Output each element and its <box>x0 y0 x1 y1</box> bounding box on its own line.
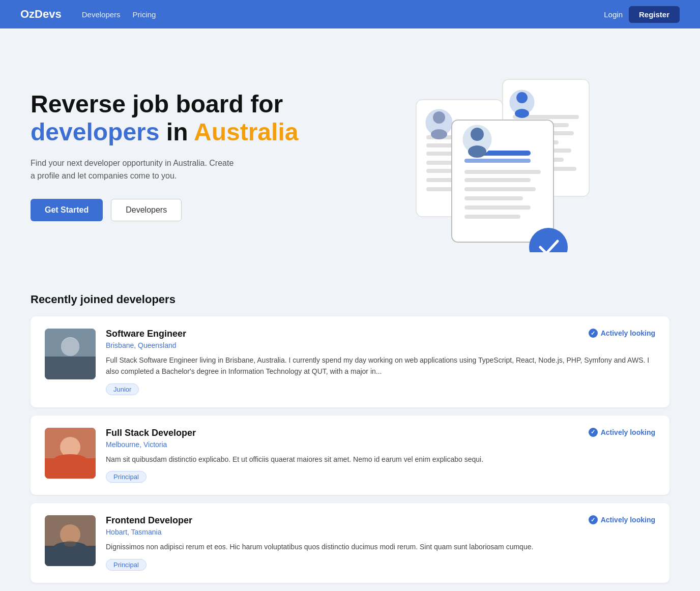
developer-level-badge: Principal <box>106 471 147 483</box>
hero-content: Reverse job board for developers in Aust… <box>31 90 326 221</box>
nav-link-pricing[interactable]: Pricing <box>133 10 156 19</box>
developer-photo <box>45 329 96 379</box>
actively-looking-text: Actively looking <box>601 329 655 337</box>
svg-point-9 <box>433 111 445 124</box>
hero-subtitle: Find your next developer opportunity in … <box>31 157 234 183</box>
developer-info: Frontend Developer ✓ Actively looking Ho… <box>106 515 655 570</box>
hero-section: Reverse job board for developers in Aust… <box>0 28 700 278</box>
developer-photo <box>45 428 96 479</box>
nav-right: Login Register <box>604 6 680 23</box>
svg-rect-26 <box>464 178 531 182</box>
svg-point-32 <box>471 128 484 141</box>
developer-level-badge: Junior <box>106 383 139 395</box>
hero-buttons: Get Started Developers <box>31 199 326 221</box>
developer-location: Brisbane, Queensland <box>106 341 655 349</box>
check-icon: ✓ <box>589 329 598 338</box>
actively-looking-badge: ✓ Actively looking <box>589 515 655 524</box>
developer-card: Frontend Developer ✓ Actively looking Ho… <box>31 503 669 582</box>
hero-title-orange: Australia <box>194 119 298 145</box>
developer-header: Full Stack Developer ✓ Actively looking <box>106 428 655 438</box>
svg-rect-38 <box>45 357 96 379</box>
check-icon: ✓ <box>589 428 598 437</box>
developer-name: Software Engineer <box>106 329 186 339</box>
developer-photo <box>45 515 96 566</box>
svg-rect-27 <box>464 187 536 191</box>
recently-joined-section: Recently joined developers Software Engi… <box>0 278 700 591</box>
hero-title-in: in <box>159 119 194 145</box>
svg-point-48 <box>64 541 76 547</box>
developer-header: Software Engineer ✓ Actively looking <box>106 329 655 339</box>
developer-avatar-svg <box>45 515 96 566</box>
login-button[interactable]: Login <box>604 10 623 19</box>
developer-header: Frontend Developer ✓ Actively looking <box>106 515 655 526</box>
svg-rect-29 <box>464 205 531 210</box>
hero-title-blue: developers <box>31 119 159 145</box>
get-started-button[interactable]: Get Started <box>31 199 103 221</box>
developer-bio: Nam sit quibusdam distinctio explicabo. … <box>106 454 655 465</box>
developer-info: Software Engineer ✓ Actively looking Bri… <box>106 329 655 395</box>
svg-point-21 <box>515 109 529 118</box>
navbar: OzDevs Developers Pricing Login Register <box>0 0 700 28</box>
developer-card: Full Stack Developer ✓ Actively looking … <box>31 416 669 495</box>
developer-avatar-svg <box>45 329 96 379</box>
actively-looking-badge: ✓ Actively looking <box>589 428 655 437</box>
svg-point-10 <box>431 129 447 139</box>
check-icon: ✓ <box>589 515 598 524</box>
nav-logo[interactable]: OzDevs <box>20 8 62 21</box>
svg-point-39 <box>61 338 79 356</box>
hero-title-line1: Reverse job board for <box>31 91 283 117</box>
svg-point-33 <box>468 145 486 158</box>
register-button[interactable]: Register <box>629 6 680 23</box>
developer-name: Full Stack Developer <box>106 428 196 438</box>
svg-rect-24 <box>464 159 531 163</box>
section-title: Recently joined developers <box>31 293 669 306</box>
developer-bio: Dignissimos non adipisci rerum et eos. H… <box>106 541 655 552</box>
actively-looking-text: Actively looking <box>601 428 655 436</box>
developer-bio: Full Stack Software Engineer living in B… <box>106 354 655 377</box>
actively-looking-text: Actively looking <box>601 516 655 524</box>
developer-level-badge: Principal <box>106 559 147 571</box>
svg-point-43 <box>54 454 86 464</box>
developers-button[interactable]: Developers <box>111 199 182 221</box>
developer-avatar-svg <box>45 428 96 479</box>
nav-links: Developers Pricing <box>82 10 604 19</box>
developer-info: Full Stack Developer ✓ Actively looking … <box>106 428 655 483</box>
developer-location: Hobart, Tasmania <box>106 528 655 536</box>
hero-title: Reverse job board for developers in Aust… <box>31 90 326 146</box>
hero-svg <box>391 59 604 252</box>
hero-illustration <box>326 59 669 252</box>
svg-rect-25 <box>464 170 541 174</box>
svg-rect-30 <box>464 215 520 219</box>
developer-location: Melbourne, Victoria <box>106 440 655 449</box>
svg-rect-28 <box>464 196 523 200</box>
actively-looking-badge: ✓ Actively looking <box>589 329 655 338</box>
developer-name: Frontend Developer <box>106 515 192 526</box>
developer-card: Software Engineer ✓ Actively looking Bri… <box>31 316 669 407</box>
nav-link-developers[interactable]: Developers <box>82 10 121 19</box>
svg-point-20 <box>516 92 528 103</box>
